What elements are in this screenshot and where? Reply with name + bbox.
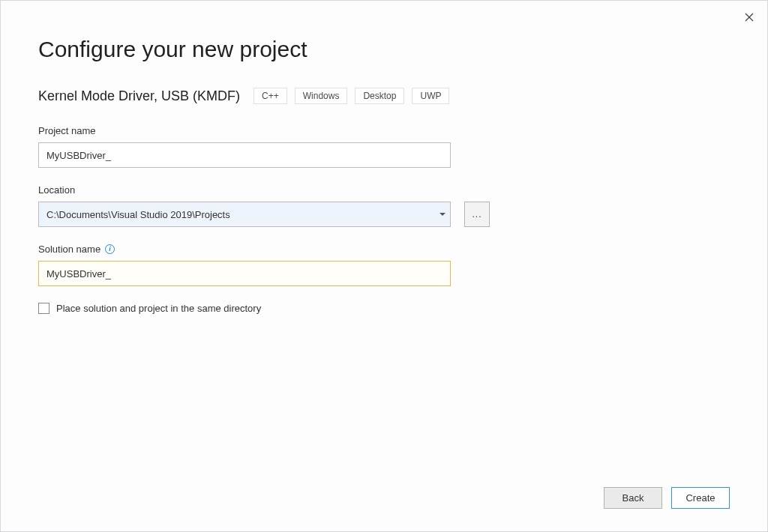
- template-name: Kernel Mode Driver, USB (KMDF): [38, 88, 240, 104]
- chevron-down-icon: [440, 213, 446, 216]
- close-button[interactable]: [739, 7, 760, 28]
- info-icon[interactable]: i: [105, 244, 115, 254]
- same-directory-label[interactable]: Place solution and project in the same d…: [56, 303, 261, 314]
- location-group: Location C:\Documents\Visual Studio 2019…: [38, 184, 730, 227]
- tag-windows: Windows: [295, 88, 348, 104]
- close-icon: [745, 13, 754, 22]
- project-name-input[interactable]: [38, 142, 451, 168]
- browse-button[interactable]: ...: [464, 202, 490, 227]
- main-content: Configure your new project Kernel Mode D…: [1, 1, 767, 314]
- location-combobox[interactable]: C:\Documents\Visual Studio 2019\Projects: [38, 202, 451, 227]
- location-row: C:\Documents\Visual Studio 2019\Projects…: [38, 202, 730, 227]
- footer-buttons: Back Create: [604, 487, 730, 509]
- tag-desktop: Desktop: [355, 88, 404, 104]
- same-directory-row: Place solution and project in the same d…: [38, 303, 730, 314]
- back-button[interactable]: Back: [604, 487, 662, 509]
- solution-name-label: Solution name i: [38, 244, 730, 255]
- location-value: C:\Documents\Visual Studio 2019\Projects: [46, 209, 440, 220]
- same-directory-checkbox[interactable]: [38, 303, 50, 314]
- template-row: Kernel Mode Driver, USB (KMDF) C++ Windo…: [38, 88, 730, 104]
- template-tags: C++ Windows Desktop UWP: [254, 88, 449, 104]
- tag-cpp: C++: [254, 88, 287, 104]
- project-name-group: Project name: [38, 125, 730, 168]
- solution-name-group: Solution name i: [38, 244, 730, 286]
- create-button[interactable]: Create: [671, 487, 730, 509]
- tag-uwp: UWP: [412, 88, 449, 104]
- page-title: Configure your new project: [38, 37, 730, 62]
- location-label: Location: [38, 184, 730, 196]
- solution-name-label-text: Solution name: [38, 244, 100, 255]
- project-name-label: Project name: [38, 125, 730, 136]
- solution-name-input[interactable]: [38, 261, 451, 286]
